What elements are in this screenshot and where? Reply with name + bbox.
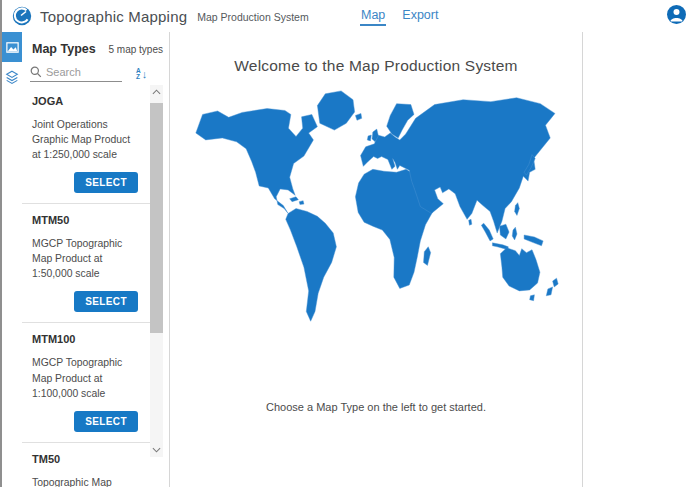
map-type-description: Topographic Map Product at 1:50,000 scal…	[32, 475, 146, 487]
map-type-count: 5 map types	[109, 44, 163, 55]
app-window: Topographic Mapping Map Production Syste…	[0, 0, 699, 487]
map-type-button-row: SELECT	[32, 162, 146, 203]
map-type-name: MTM100	[32, 331, 146, 355]
map-type-button-row: SELECT	[32, 281, 146, 322]
sort-arrow: ↓	[142, 69, 148, 79]
welcome-panel: Welcome to the Map Production System	[170, 32, 583, 487]
select-button[interactable]: SELECT	[74, 172, 138, 193]
tab-map[interactable]: Map	[360, 2, 386, 30]
sort-letter-z: Z	[136, 74, 141, 80]
app-body: Map Types 5 map types A Z ↓	[2, 32, 699, 487]
map-type-description: Joint Operations Graphic Map Product at …	[32, 117, 146, 162]
map-type-name: MTM50	[32, 212, 146, 236]
getting-started-hint: Choose a Map Type on the left to get sta…	[266, 401, 486, 413]
sort-az-icon[interactable]: A Z ↓	[136, 68, 147, 80]
map-type-item: TM50 Topographic Map Product at 1:50,000…	[22, 442, 150, 487]
map-type-item: JOGA Joint Operations Graphic Map Produc…	[22, 85, 150, 203]
map-type-item: MTM50 MGCP Topographic Map Product at 1:…	[22, 203, 150, 322]
scrollbar-thumb[interactable]	[150, 103, 163, 333]
left-icon-strip	[2, 32, 22, 487]
layers-icon[interactable]	[2, 62, 22, 92]
search-row: A Z ↓	[22, 58, 169, 84]
map-type-name: JOGA	[32, 93, 146, 117]
right-empty-area	[583, 32, 699, 487]
scroll-up-icon[interactable]	[150, 85, 163, 99]
map-type-description: MGCP Topographic Map Product at 1:50,000…	[32, 236, 146, 281]
app-subtitle: Map Production System	[197, 11, 308, 23]
select-button[interactable]: SELECT	[74, 291, 138, 312]
sidebar-header: Map Types 5 map types	[22, 32, 169, 58]
search-field	[30, 66, 122, 82]
select-button[interactable]: SELECT	[74, 411, 138, 432]
welcome-heading: Welcome to the Map Production System	[234, 57, 517, 75]
tab-export[interactable]: Export	[401, 2, 439, 30]
map-types-sidebar: Map Types 5 map types A Z ↓	[22, 32, 170, 487]
main-tabs: Map Export	[360, 0, 439, 32]
scroll-down-icon[interactable]	[150, 443, 163, 457]
app-title: Topographic Mapping	[40, 8, 187, 25]
sidebar-scrollbar[interactable]	[150, 85, 163, 457]
sidebar-title: Map Types	[32, 42, 96, 56]
user-avatar-icon[interactable]	[667, 5, 686, 24]
map-type-name: TM50	[32, 451, 146, 475]
app-header: Topographic Mapping Map Production Syste…	[2, 0, 699, 32]
map-type-button-row: SELECT	[32, 401, 146, 442]
map-type-description: MGCP Topographic Map Product at 1:100,00…	[32, 355, 146, 400]
map-type-item: MTM100 MGCP Topographic Map Product at 1…	[22, 322, 150, 441]
map-panel-icon[interactable]	[2, 32, 22, 62]
map-type-list: JOGA Joint Operations Graphic Map Produc…	[22, 85, 150, 487]
globe-icon	[12, 6, 32, 26]
world-map-graphic	[178, 85, 574, 335]
search-icon	[30, 66, 42, 78]
search-input[interactable]	[46, 66, 120, 78]
